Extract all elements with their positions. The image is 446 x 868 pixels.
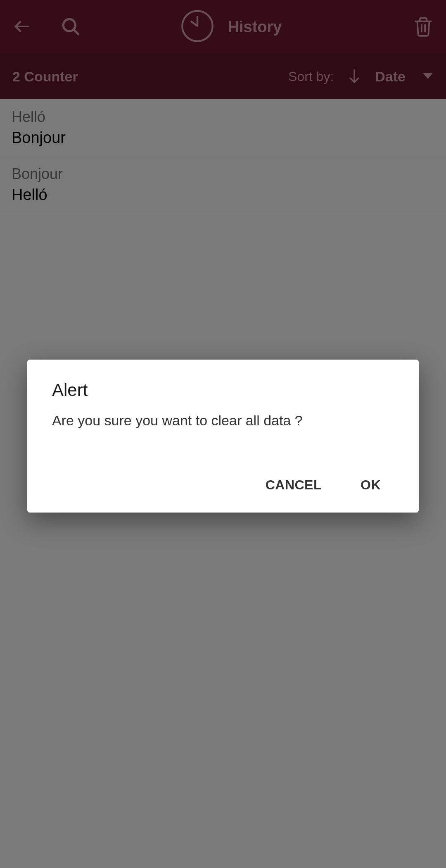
dialog-message: Are you sure you want to clear all data … <box>52 413 394 429</box>
dialog-title: Alert <box>52 380 394 400</box>
modal-overlay[interactable]: Alert Are you sure you want to clear all… <box>0 0 446 868</box>
dialog-actions: CANCEL OK <box>52 470 394 500</box>
ok-button[interactable]: OK <box>351 470 390 500</box>
cancel-button[interactable]: CANCEL <box>256 470 331 500</box>
alert-dialog: Alert Are you sure you want to clear all… <box>27 360 419 513</box>
